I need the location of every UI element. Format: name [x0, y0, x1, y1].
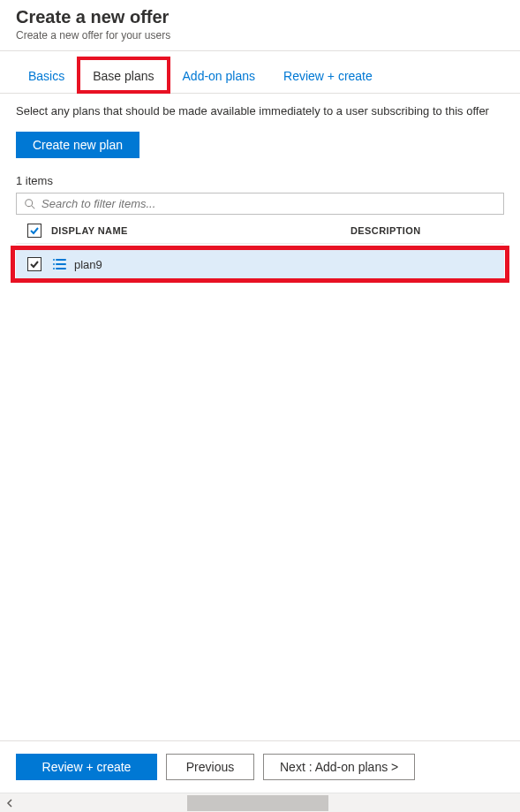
next-button[interactable]: Next : Add-on plans > [263, 754, 415, 780]
tab-review-create[interactable]: Review + create [271, 62, 385, 93]
page-subtitle: Create a new offer for your users [16, 29, 504, 42]
review-create-button[interactable]: Review + create [16, 754, 157, 780]
search-input[interactable] [36, 197, 496, 210]
plan-icon [51, 256, 67, 272]
tab-addon-plans[interactable]: Add-on plans [170, 62, 268, 93]
row-name: plan9 [74, 258, 102, 271]
column-display-name[interactable]: DISPLAY NAME [49, 225, 350, 236]
tab-basics[interactable]: Basics [16, 62, 77, 93]
row-checkbox[interactable] [27, 257, 41, 271]
column-description[interactable]: DESCRIPTION [350, 225, 501, 236]
items-count: 1 items [16, 174, 504, 187]
table-header: DISPLAY NAME DESCRIPTION [16, 218, 504, 244]
table-row[interactable]: plan9 [16, 247, 504, 281]
horizontal-scrollbar[interactable] [0, 793, 520, 812]
tabs: Basics Base plans Add-on plans Review + … [0, 51, 520, 94]
svg-line-1 [32, 205, 35, 209]
scroll-thumb[interactable] [187, 795, 328, 811]
search-box[interactable] [16, 193, 504, 215]
tab-base-plans-label: Base plans [93, 69, 154, 83]
footer: Review + create Previous Next : Add-on p… [0, 740, 520, 793]
scroll-left-icon[interactable] [0, 793, 19, 813]
tab-description: Select any plans that should be made ava… [16, 104, 504, 118]
select-all-checkbox[interactable] [27, 224, 41, 238]
svg-point-0 [26, 199, 33, 206]
tab-base-plans[interactable]: Base plans [80, 62, 166, 94]
page-title: Create a new offer [16, 7, 504, 27]
create-new-plan-button[interactable]: Create new plan [16, 132, 139, 158]
search-icon [24, 198, 36, 210]
previous-button[interactable]: Previous [166, 754, 254, 780]
